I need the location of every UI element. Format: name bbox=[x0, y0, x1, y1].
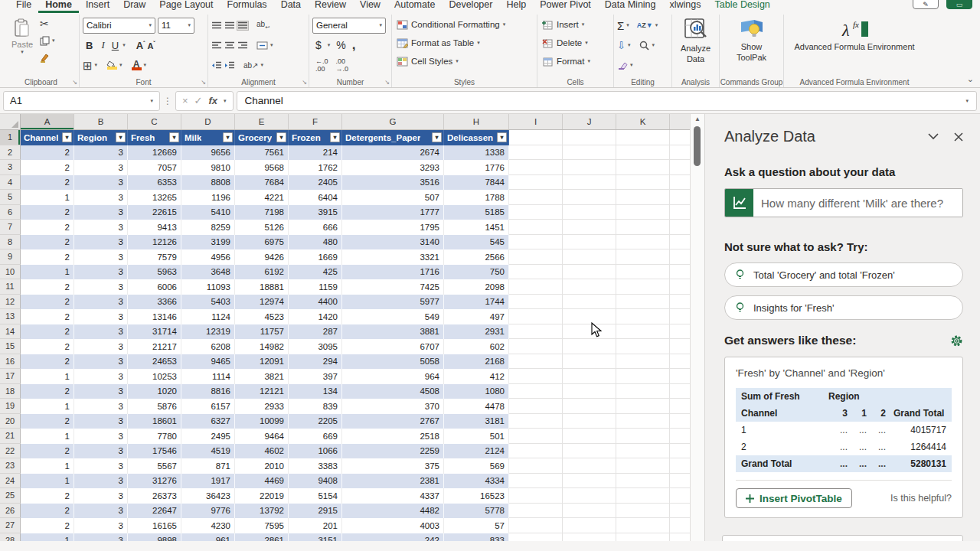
fx-dropdown[interactable]: ▾ bbox=[224, 98, 227, 104]
row-header-27[interactable]: 27 bbox=[0, 518, 21, 533]
column-header-K[interactable]: K bbox=[616, 114, 670, 129]
panel-close-icon[interactable] bbox=[954, 132, 963, 142]
comments-button[interactable]: ✎ bbox=[913, 0, 939, 9]
clear-icon[interactable] bbox=[617, 61, 628, 70]
autosum-dropdown[interactable]: ▾ bbox=[626, 22, 629, 28]
settings-gear-icon[interactable] bbox=[950, 334, 963, 347]
align-center-icon[interactable] bbox=[224, 41, 235, 50]
row-header-6[interactable]: 6 bbox=[0, 205, 21, 220]
clipboard-dialog-launcher[interactable]: ↘ bbox=[72, 79, 77, 86]
collapse-ribbon-chevron[interactable]: ⌄ bbox=[967, 74, 974, 84]
scrollbar-thumb[interactable] bbox=[694, 126, 701, 166]
autosum-button[interactable]: Σ bbox=[617, 19, 624, 32]
column-header-E[interactable]: E bbox=[235, 114, 289, 129]
name-box[interactable]: A1▾ bbox=[3, 91, 160, 111]
row-header-23[interactable]: 23 bbox=[0, 458, 21, 474]
cancel-icon[interactable]: × bbox=[182, 95, 188, 106]
spreadsheet-grid[interactable]: ABCDEFGHIJK1Channel▾Region▾Fresh▾Milk▾Gr… bbox=[0, 114, 690, 541]
find-select-icon[interactable] bbox=[639, 41, 649, 51]
italic-button[interactable]: I bbox=[98, 39, 107, 51]
increase-font-button[interactable]: Aˆ bbox=[136, 40, 145, 51]
row-header-21[interactable]: 21 bbox=[0, 429, 21, 444]
font-color-button[interactable]: A bbox=[132, 60, 142, 70]
font-dialog-launcher[interactable]: ↘ bbox=[201, 79, 206, 86]
column-header-J[interactable]: J bbox=[563, 114, 616, 129]
insert-pivottable-button[interactable]: Insert PivotTable bbox=[736, 488, 852, 508]
underline-dropdown[interactable]: ▾ bbox=[122, 42, 126, 48]
column-header-I[interactable]: I bbox=[509, 114, 563, 129]
cell-styles-button[interactable]: Cell Styles▾ bbox=[395, 53, 534, 70]
decrease-decimal-button[interactable]: .00→.0 bbox=[336, 57, 349, 73]
fill-dropdown[interactable]: ▾ bbox=[628, 42, 631, 48]
decrease-font-button[interactable]: Aˇ bbox=[147, 41, 155, 51]
menu-tab-insert[interactable]: Insert bbox=[79, 0, 116, 13]
align-top-icon[interactable] bbox=[211, 21, 222, 30]
enter-icon[interactable]: ✓ bbox=[194, 95, 203, 106]
row-header-17[interactable]: 17 bbox=[0, 369, 21, 384]
row-header-1[interactable]: 1 bbox=[0, 130, 21, 145]
menu-tab-view[interactable]: View bbox=[353, 0, 387, 13]
column-header-H[interactable]: H bbox=[444, 114, 509, 129]
align-bottom-icon[interactable] bbox=[237, 21, 248, 30]
menu-tab-data[interactable]: Data bbox=[274, 0, 308, 13]
format-cells-button[interactable]: Format▾ bbox=[541, 53, 610, 70]
menu-tab-formulas[interactable]: Formulas bbox=[220, 0, 274, 13]
comma-style-button[interactable]: , bbox=[352, 37, 356, 53]
decrease-indent-icon[interactable] bbox=[211, 61, 222, 70]
row-header-19[interactable]: 19 bbox=[0, 399, 21, 414]
bold-button[interactable]: B bbox=[83, 40, 96, 51]
menu-tab-home[interactable]: Home bbox=[38, 0, 79, 13]
underline-button[interactable]: U bbox=[110, 40, 120, 51]
row-header-11[interactable]: 11 bbox=[0, 279, 21, 295]
format-as-table-button[interactable]: Format as Table▾ bbox=[395, 34, 534, 51]
percent-style-button[interactable]: % bbox=[336, 39, 345, 51]
suggestion-pill-1[interactable]: Total 'Grocery' and total 'Frozen' bbox=[724, 262, 963, 287]
row-header-7[interactable]: 7 bbox=[0, 220, 21, 235]
font-size-combo[interactable]: 11▾ bbox=[158, 18, 194, 34]
accounting-format-button[interactable]: $ bbox=[315, 39, 322, 51]
menu-tab-table-design[interactable]: Table Design bbox=[708, 0, 777, 13]
borders-button[interactable]: ⊞ bbox=[83, 60, 93, 71]
analyze-data-button[interactable]: Analyze Data bbox=[675, 16, 716, 67]
clear-dropdown[interactable]: ▾ bbox=[630, 62, 633, 68]
align-middle-icon[interactable] bbox=[224, 21, 235, 30]
suggestion-pill-2[interactable]: Insights for 'Fresh' bbox=[724, 295, 963, 320]
menu-tab-power-pivot[interactable]: Power Pivot bbox=[533, 0, 598, 13]
filter-dropdown-button[interactable]: ▾ bbox=[223, 132, 233, 142]
column-header-C[interactable]: C bbox=[128, 114, 181, 129]
increase-decimal-button[interactable]: ←.0.00 bbox=[315, 57, 328, 73]
filter-dropdown-button[interactable]: ▾ bbox=[276, 132, 286, 142]
cut-icon[interactable]: ✂ bbox=[40, 18, 49, 29]
menu-tab-xlwings[interactable]: xlwings bbox=[663, 0, 708, 13]
font-name-combo[interactable]: Calibri▾ bbox=[83, 18, 155, 34]
row-header-12[interactable]: 12 bbox=[0, 295, 21, 310]
question-input-box[interactable] bbox=[724, 188, 963, 217]
row-header-22[interactable]: 22 bbox=[0, 444, 21, 459]
menu-tab-developer[interactable]: Developer bbox=[442, 0, 499, 13]
filter-dropdown-button[interactable]: ▾ bbox=[116, 132, 126, 142]
insert-function-icon[interactable]: fx bbox=[209, 95, 218, 106]
row-header-10[interactable]: 10 bbox=[0, 265, 21, 280]
format-painter-icon[interactable] bbox=[40, 53, 51, 63]
sort-filter-button[interactable]: AZ▼ bbox=[637, 21, 653, 29]
row-header-3[interactable]: 3 bbox=[0, 160, 21, 175]
copy-dropdown[interactable]: ▾ bbox=[52, 37, 55, 44]
menu-tab-file[interactable]: File bbox=[9, 0, 38, 13]
merge-dropdown[interactable]: ▾ bbox=[270, 42, 273, 48]
row-header-15[interactable]: 15 bbox=[0, 339, 21, 354]
row-header-20[interactable]: 20 bbox=[0, 414, 21, 429]
filter-dropdown-button[interactable]: ▾ bbox=[330, 132, 340, 142]
question-input[interactable] bbox=[753, 189, 962, 217]
conditional-formatting-button[interactable]: Conditional Formatting▾ bbox=[395, 16, 534, 33]
align-right-icon[interactable] bbox=[237, 41, 248, 50]
row-header-13[interactable]: 13 bbox=[0, 309, 21, 324]
row-header-28[interactable]: 28 bbox=[0, 533, 21, 542]
orientation-dropdown[interactable]: ▾ bbox=[261, 62, 264, 68]
menu-tab-help[interactable]: Help bbox=[499, 0, 533, 13]
menu-tab-review[interactable]: Review bbox=[308, 0, 353, 13]
delete-cells-button[interactable]: Delete▾ bbox=[541, 34, 610, 51]
show-toolpak-button[interactable]: Show ToolPak bbox=[723, 16, 780, 65]
row-header-18[interactable]: 18 bbox=[0, 384, 21, 399]
increase-indent-icon[interactable] bbox=[224, 61, 235, 70]
fill-color-button[interactable] bbox=[106, 60, 117, 70]
